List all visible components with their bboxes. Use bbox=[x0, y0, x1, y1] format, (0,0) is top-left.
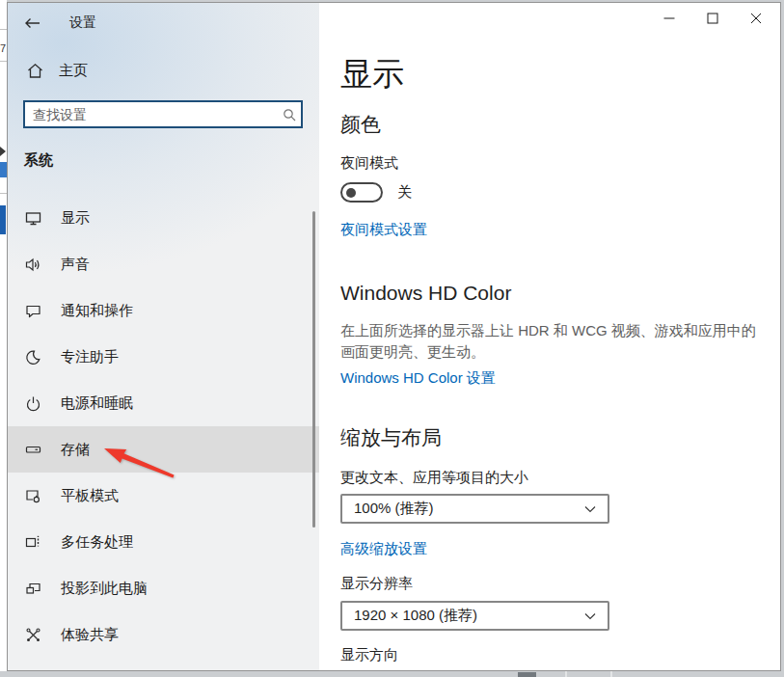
sidebar-item-sound[interactable]: 声音 bbox=[8, 241, 319, 287]
chevron-down-icon bbox=[584, 505, 596, 513]
sidebar-item-label: 声音 bbox=[61, 256, 90, 274]
screenshot-stage: 7 设置 bbox=[0, 0, 784, 677]
display-icon bbox=[25, 210, 41, 227]
maximize-icon bbox=[707, 13, 718, 24]
background-cursor-fragment bbox=[0, 147, 6, 156]
search-box bbox=[23, 100, 303, 128]
back-button[interactable] bbox=[15, 11, 48, 36]
resolution-dropdown[interactable]: 1920 × 1080 (推荐) bbox=[340, 601, 609, 631]
scale-layout-heading: 缩放与布局 bbox=[340, 424, 780, 451]
advanced-scaling-link[interactable]: 高级缩放设置 bbox=[340, 539, 427, 558]
home-icon bbox=[27, 63, 43, 79]
background-selection-fragment bbox=[0, 205, 6, 234]
sidebar-item-multitasking[interactable]: 多任务处理 bbox=[8, 519, 319, 565]
sidebar-item-shared-experiences[interactable]: 体验共享 bbox=[8, 611, 319, 658]
background-divider bbox=[0, 29, 7, 30]
focus-assist-icon bbox=[25, 349, 41, 366]
storage-icon bbox=[25, 442, 41, 458]
chevron-down-icon bbox=[584, 612, 596, 620]
back-arrow-icon bbox=[24, 17, 41, 29]
close-icon bbox=[750, 13, 762, 24]
scale-dropdown-value: 100% (推荐) bbox=[354, 500, 584, 518]
background-text-fragment: 7 bbox=[0, 42, 7, 54]
search-input[interactable] bbox=[25, 102, 278, 126]
background-divider bbox=[610, 671, 612, 677]
tablet-mode-icon bbox=[25, 488, 41, 504]
toggle-knob bbox=[346, 188, 356, 198]
shared-experiences-icon bbox=[25, 627, 41, 643]
night-light-state: 关 bbox=[397, 183, 412, 202]
hd-color-heading: Windows HD Color bbox=[340, 280, 780, 307]
orientation-label: 显示方向 bbox=[340, 645, 780, 664]
minimize-button[interactable] bbox=[647, 3, 690, 34]
settings-sidebar: 设置 主页 系 bbox=[8, 3, 319, 670]
resolution-dropdown-value: 1920 × 1080 (推荐) bbox=[354, 607, 584, 625]
night-light-settings-link[interactable]: 夜间模式设置 bbox=[340, 220, 427, 239]
sidebar-item-label: 电源和睡眠 bbox=[61, 394, 133, 413]
sidebar-item-label: 存储 bbox=[61, 441, 90, 459]
notifications-icon bbox=[25, 303, 41, 319]
night-light-toggle-row: 关 bbox=[340, 181, 780, 203]
sidebar-item-projecting[interactable]: 投影到此电脑 bbox=[8, 565, 319, 611]
background-highlight-fragment bbox=[0, 162, 7, 177]
night-light-toggle[interactable] bbox=[340, 182, 383, 203]
maximize-button[interactable] bbox=[690, 3, 734, 34]
sound-icon bbox=[25, 257, 41, 273]
hd-color-description: 在上面所选择的显示器上让 HDR 和 WCG 视频、游戏和应用中的画面更明亮、更… bbox=[340, 320, 763, 363]
close-button[interactable] bbox=[734, 3, 777, 34]
titlebar: 设置 bbox=[8, 3, 319, 38]
scale-size-label: 更改文本、应用等项目的大小 bbox=[340, 468, 780, 487]
settings-window: 设置 主页 系 bbox=[7, 2, 781, 671]
sidebar-item-focus-assist[interactable]: 专注助手 bbox=[8, 334, 319, 380]
sidebar-item-label: 平板模式 bbox=[61, 487, 119, 505]
content-pane: 显示 颜色 夜间模式 关 夜间模式设置 Windows HD Color 在上面… bbox=[319, 3, 780, 670]
projecting-icon bbox=[25, 581, 41, 597]
sidebar-item-label: 多任务处理 bbox=[61, 533, 133, 552]
background-divider bbox=[0, 193, 7, 194]
sidebar-item-label: 显示 bbox=[61, 209, 90, 228]
sidebar-item-label: 通知和操作 bbox=[61, 302, 133, 320]
background-divider bbox=[0, 61, 7, 62]
sidebar-item-display[interactable]: 显示 bbox=[8, 195, 319, 241]
background-text-fragment bbox=[0, 0, 7, 11]
background-divider bbox=[565, 671, 567, 677]
sidebar-item-tablet-mode[interactable]: 平板模式 bbox=[8, 473, 319, 519]
background-window-sliver: 7 bbox=[0, 0, 7, 671]
minimize-icon bbox=[663, 13, 675, 24]
sidebar-item-label: 投影到此电脑 bbox=[61, 580, 148, 598]
sidebar-item-label: 体验共享 bbox=[61, 626, 119, 644]
sidebar-item-label: 专注助手 bbox=[61, 348, 119, 366]
hd-color-settings-link[interactable]: Windows HD Color 设置 bbox=[340, 368, 496, 388]
resolution-label: 显示分辨率 bbox=[340, 574, 780, 593]
window-controls bbox=[647, 3, 777, 34]
scale-dropdown[interactable]: 100% (推荐) bbox=[340, 494, 609, 524]
sidebar-nav: 显示 声音 bbox=[8, 195, 319, 658]
sidebar-item-home[interactable]: 主页 bbox=[8, 54, 319, 87]
page-title: 显示 bbox=[340, 53, 780, 95]
sidebar-section-label: 系统 bbox=[24, 151, 319, 170]
sidebar-scrollbar-thumb[interactable] bbox=[312, 211, 315, 528]
power-icon bbox=[25, 395, 41, 412]
taskbar-fragment bbox=[518, 672, 536, 677]
sidebar-item-notifications[interactable]: 通知和操作 bbox=[8, 287, 319, 334]
home-label: 主页 bbox=[59, 62, 88, 80]
night-light-label: 夜间模式 bbox=[340, 153, 780, 173]
sidebar-item-power-sleep[interactable]: 电源和睡眠 bbox=[8, 380, 319, 426]
multitasking-icon bbox=[25, 534, 41, 551]
sidebar-item-storage[interactable]: 存储 bbox=[8, 426, 319, 473]
search-icon[interactable] bbox=[278, 102, 301, 126]
color-section-heading: 颜色 bbox=[340, 111, 780, 138]
app-title: 设置 bbox=[69, 14, 96, 32]
